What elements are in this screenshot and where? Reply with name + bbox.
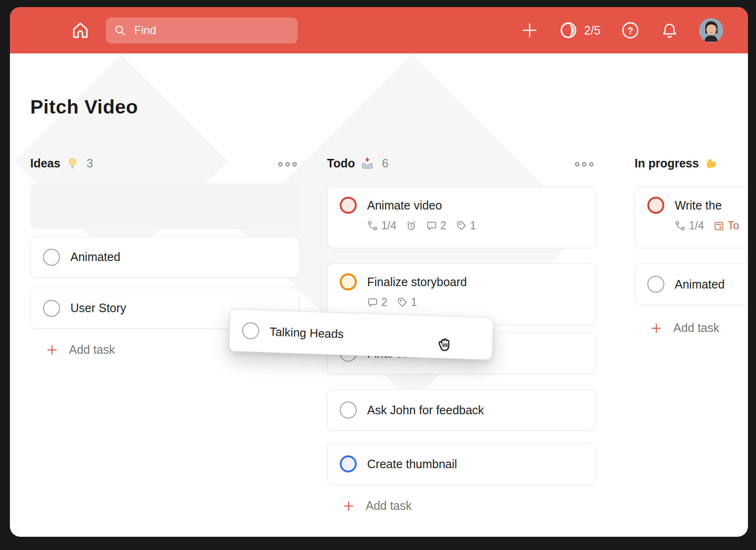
- task-card[interactable]: Ask John for feedback: [327, 389, 596, 431]
- grab-hand-cursor: [434, 334, 455, 356]
- home-icon[interactable]: [70, 20, 91, 41]
- alarm-clock-icon: [406, 220, 417, 231]
- comments-meta: 2: [367, 296, 387, 309]
- productivity-pie-icon: [559, 21, 578, 40]
- add-task-label: Add task: [366, 499, 412, 513]
- column-in-progress: In progress Write the 1/4: [635, 7, 748, 537]
- task-title: Animated: [70, 250, 120, 264]
- task-title: User Story: [70, 301, 126, 315]
- productivity-widget[interactable]: 2/5: [559, 21, 601, 40]
- svg-text:?: ?: [627, 26, 633, 36]
- task-card[interactable]: Create thumbnail: [327, 443, 596, 485]
- task-checkbox-priority1[interactable]: [340, 197, 357, 214]
- search-box[interactable]: [106, 17, 298, 44]
- subtasks-meta: 1/4: [675, 219, 704, 232]
- task-checkbox[interactable]: [242, 322, 259, 340]
- column-in-progress-header: In progress: [635, 157, 718, 170]
- label-tag-icon: [456, 220, 467, 231]
- add-task-button[interactable]: Add task: [649, 320, 720, 336]
- task-card[interactable]: Write the 1/4 To: [635, 187, 748, 248]
- task-checkbox[interactable]: [43, 249, 60, 266]
- task-checkbox-priority3[interactable]: [340, 455, 357, 472]
- task-checkbox[interactable]: [340, 402, 357, 419]
- menu-icon[interactable]: [32, 23, 52, 37]
- avatar[interactable]: [699, 18, 723, 43]
- subtasks-meta: 1/4: [367, 219, 396, 232]
- top-bar-actions: 2/5 ?: [520, 18, 723, 43]
- task-card[interactable]: Animate video 1/4: [327, 187, 596, 248]
- add-task-label: Add task: [673, 321, 719, 335]
- add-icon[interactable]: [520, 21, 539, 40]
- column-ideas-name: Ideas: [30, 157, 60, 170]
- task-card[interactable]: Animated: [30, 236, 300, 278]
- task-title: Animate video: [367, 199, 442, 212]
- label-tag-icon: [397, 297, 408, 308]
- task-title: Create thumbnail: [367, 457, 457, 471]
- lightbulb-emoji-icon: [67, 157, 78, 169]
- column-todo-menu-icon[interactable]: [573, 160, 595, 168]
- labels-meta: 1: [456, 219, 476, 232]
- due-date-meta: To: [713, 219, 739, 232]
- column-ideas-menu-icon[interactable]: [276, 160, 299, 168]
- task-title: Finalize storyboard: [367, 275, 467, 289]
- task-meta: 1/4 To: [675, 219, 748, 232]
- task-title: Ask John for feedback: [367, 403, 484, 417]
- comment-icon: [367, 297, 378, 308]
- column-ideas-count: 3: [86, 157, 93, 170]
- top-bar: 2/5 ?: [10, 7, 748, 53]
- reminder-meta: [406, 220, 417, 231]
- column-in-progress-name: In progress: [635, 157, 699, 170]
- task-checkbox[interactable]: [647, 276, 664, 293]
- add-task-label: Add task: [69, 343, 115, 357]
- task-title: Write the: [675, 199, 722, 212]
- comments-meta: 2: [426, 219, 447, 232]
- flexed-biceps-emoji-icon: [705, 157, 718, 170]
- task-meta: 1/4 2: [367, 219, 584, 232]
- drop-placeholder: [30, 183, 300, 229]
- add-task-button[interactable]: Add task: [44, 342, 116, 358]
- subtasks-icon: [367, 220, 378, 231]
- karma-count: 2/5: [584, 24, 601, 37]
- search-icon: [113, 24, 127, 37]
- comment-icon: [426, 220, 437, 231]
- plus-icon: [45, 343, 59, 357]
- inbox-tray-emoji-icon: [361, 157, 374, 170]
- plus-icon: [342, 499, 355, 513]
- column-todo-count: 6: [382, 157, 388, 170]
- column-ideas-header: Ideas 3: [30, 157, 93, 170]
- column-ideas: Ideas 3 Animated User Story Add: [30, 7, 300, 537]
- add-task-button[interactable]: Add task: [341, 498, 412, 514]
- app-window: 2/5 ?: [10, 7, 748, 537]
- column-todo: Todo 6 Animate video: [327, 7, 596, 537]
- search-input[interactable]: [133, 23, 290, 37]
- task-title: Talking Heads: [269, 324, 344, 340]
- task-checkbox[interactable]: [43, 300, 60, 317]
- calendar-today-icon: [713, 220, 724, 231]
- notifications-bell-icon[interactable]: [660, 21, 679, 40]
- column-todo-header: Todo 6: [327, 157, 388, 170]
- help-icon[interactable]: ?: [620, 20, 640, 40]
- task-card[interactable]: Animated: [635, 263, 748, 305]
- task-checkbox-priority1[interactable]: [647, 197, 664, 214]
- plus-icon: [650, 322, 663, 335]
- column-todo-name: Todo: [327, 157, 355, 170]
- task-checkbox-priority2[interactable]: [340, 273, 357, 290]
- task-title: Animated: [675, 278, 725, 291]
- subtasks-icon: [675, 220, 686, 231]
- labels-meta: 1: [397, 296, 417, 309]
- task-meta: 2 1: [367, 296, 584, 309]
